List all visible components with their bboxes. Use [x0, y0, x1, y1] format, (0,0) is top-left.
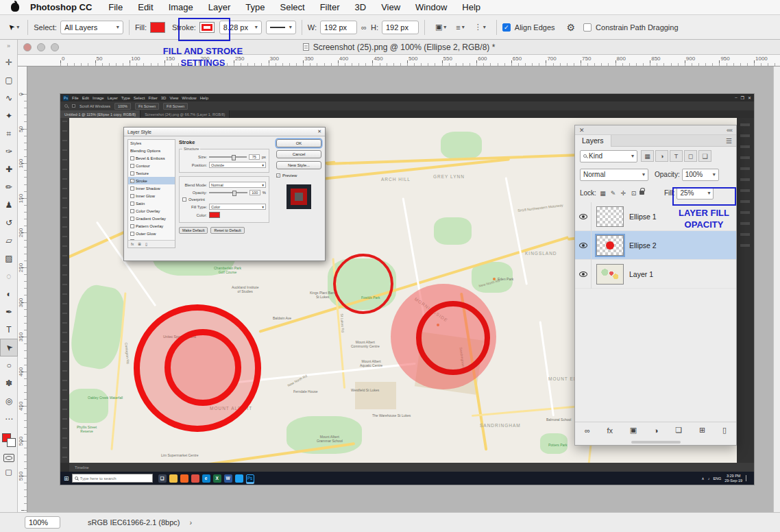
fill-type-dropdown[interactable]: Color▾	[209, 204, 266, 210]
make-default-button[interactable]: Make Default	[179, 227, 208, 234]
menu-edit[interactable]: Edit	[138, 2, 153, 12]
layer-row-ellipse-1[interactable]: Ellipse 1	[575, 202, 736, 231]
panel-menu-icon[interactable]: ☰	[726, 137, 732, 145]
fill-opacity-dropdown[interactable]: 25%▾	[677, 187, 714, 200]
checkbox-icon[interactable]	[130, 164, 134, 168]
visibility-toggle[interactable]	[575, 260, 592, 289]
eraser-tool[interactable]: ▱	[0, 232, 18, 250]
path-arrangement-icon[interactable]: ⋮▾	[474, 23, 486, 32]
zoom-100-button[interactable]: 100%	[114, 103, 131, 110]
edge-icon[interactable]: e	[202, 474, 210, 483]
stroke-dialog-color-swatch[interactable]	[209, 212, 220, 218]
style-item-pattern-overlay[interactable]: Pattern Overlay	[128, 222, 175, 230]
ruler-vertical[interactable]: 050100150200250300350400450500550	[18, 66, 27, 512]
align-edges-checkbox[interactable]: ✓	[502, 23, 511, 32]
brush-tool[interactable]: ✏	[0, 178, 18, 196]
inner-menu-layer[interactable]: Layer	[108, 96, 118, 100]
zoom-level-field[interactable]	[25, 516, 60, 529]
background-color-swatch[interactable]	[7, 438, 16, 447]
style-item-inner-shadow[interactable]: Inner Shadow	[128, 184, 175, 192]
menu-type[interactable]: Type	[245, 2, 265, 12]
toolbar-collapse-icon[interactable]: »	[0, 40, 17, 53]
fit-screen-button[interactable]: Fit Screen	[135, 103, 159, 110]
menu-view[interactable]: View	[381, 2, 400, 12]
blur-tool[interactable]: ◌	[0, 267, 18, 285]
dialog-delete-icon[interactable]: ▯	[145, 242, 147, 246]
stroke-style-dropdown[interactable]: ▾	[266, 21, 296, 34]
checkbox-icon[interactable]	[130, 209, 134, 213]
quick-mask-icon[interactable]	[3, 454, 14, 462]
style-item-contour[interactable]: Contour	[128, 162, 175, 169]
dialog-new-icon[interactable]: ⊞	[138, 242, 141, 246]
start-button[interactable]: ⊞	[64, 475, 69, 482]
ok-button[interactable]: OK	[276, 139, 321, 147]
position-dropdown[interactable]: Outside▾	[209, 162, 266, 168]
ruler-horizontal[interactable]: 0501001502002503003504004505005506006507…	[18, 55, 780, 66]
clone-stamp-tool[interactable]: ♟	[0, 196, 18, 214]
filter-pixel-icon[interactable]: ▦	[641, 150, 654, 162]
reset-default-button[interactable]: Reset to Default	[210, 227, 244, 234]
style-item-bevel-emboss[interactable]: Bevel & Emboss	[128, 154, 175, 162]
menu-3d[interactable]: 3D	[355, 2, 367, 12]
photoshop-icon[interactable]: Ps	[246, 474, 254, 483]
hand-tool[interactable]: ✽	[0, 374, 18, 392]
checkbox-icon[interactable]	[130, 232, 134, 236]
menu-layer[interactable]: Layer	[208, 2, 231, 12]
menu-image[interactable]: Image	[169, 2, 193, 12]
checkbox-icon[interactable]	[130, 186, 134, 191]
excel-icon[interactable]: X	[213, 474, 221, 483]
blend-mode-dropdown[interactable]: Normal▾	[209, 182, 266, 188]
fill-screen-button[interactable]: Fill Screen	[163, 103, 188, 110]
cancel-button[interactable]: Cancel	[276, 150, 321, 158]
tray-caret-icon[interactable]: ∧	[702, 476, 705, 481]
opacity-dropdown[interactable]: 100%▾	[682, 169, 719, 181]
inner-checkbox[interactable]	[72, 104, 75, 108]
file-explorer-icon[interactable]	[169, 474, 178, 483]
lock-pixels-icon[interactable]: ✎	[609, 189, 618, 198]
inner-close-icon[interactable]: ✕	[748, 95, 751, 100]
twitter-icon[interactable]	[235, 474, 243, 483]
stroke-color-swatch[interactable]	[199, 22, 215, 33]
status-options-icon[interactable]: ›	[190, 518, 193, 527]
style-item-blending-options[interactable]: Blending Options	[128, 147, 175, 154]
shape-width-field[interactable]	[320, 21, 357, 34]
volume-icon[interactable]: ♪	[708, 476, 710, 481]
inner-menu-edit[interactable]: Edit	[82, 96, 89, 100]
style-item-inner-glow[interactable]: Inner Glow	[128, 192, 175, 200]
constrain-path-checkbox[interactable]	[583, 23, 592, 32]
layer-group-icon[interactable]: ❏	[675, 426, 682, 435]
panel-close-icon[interactable]: ✕	[579, 127, 585, 134]
style-item-gradient-overlay[interactable]: Gradient Overlay	[128, 215, 175, 222]
marquee-tool[interactable]: ▢	[0, 71, 18, 89]
adjustment-layer-icon[interactable]: ◑	[654, 426, 659, 435]
filter-shape-icon[interactable]: ◻	[684, 150, 697, 162]
checkbox-icon[interactable]	[130, 224, 134, 228]
select-mode-dropdown[interactable]: All Layers▾	[60, 21, 123, 34]
filter-kind-dropdown[interactable]: Kind▾	[580, 150, 637, 162]
fill-color-swatch[interactable]	[150, 22, 165, 33]
stroke-width-dropdown[interactable]: 8.28 px▾	[219, 21, 262, 34]
lock-position-icon[interactable]: ✛	[619, 189, 628, 198]
checkbox-icon[interactable]: ✓	[130, 179, 134, 183]
panel-collapse-icon[interactable]: ««	[727, 127, 732, 134]
checkbox-icon[interactable]	[130, 194, 134, 198]
move-tool[interactable]: ✛	[0, 53, 18, 71]
visibility-toggle[interactable]	[575, 231, 592, 260]
menu-select[interactable]: Select	[280, 2, 304, 12]
new-layer-icon[interactable]: ⊞	[699, 426, 705, 435]
notification-icon[interactable]	[746, 475, 751, 481]
visibility-toggle[interactable]	[575, 202, 592, 231]
menu-help[interactable]: Help	[462, 2, 480, 12]
checkbox-icon[interactable]	[130, 156, 134, 160]
style-item-outer-glow[interactable]: Outer Glow	[128, 230, 175, 237]
inner-menu-window[interactable]: Window	[182, 96, 196, 100]
inner-menu-view[interactable]: View	[169, 96, 178, 100]
shape-height-field[interactable]	[382, 21, 419, 34]
word-icon[interactable]: W	[224, 474, 232, 483]
gear-icon[interactable]: ⚙	[567, 22, 576, 33]
layer-style-fx-icon[interactable]: fx	[607, 426, 613, 435]
inner-menu-3d[interactable]: 3D	[161, 96, 167, 100]
app-menu[interactable]: Photoshop CC	[30, 2, 92, 12]
gradient-tool[interactable]: ▨	[0, 250, 18, 267]
new-style-button[interactable]: New Style...	[276, 161, 321, 169]
